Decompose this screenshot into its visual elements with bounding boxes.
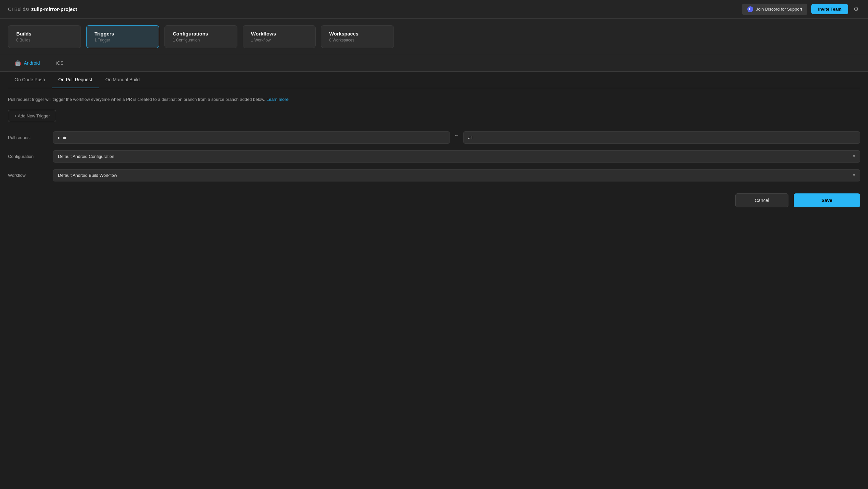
nav-card-workspaces[interactable]: Workspaces 0 Workspaces	[321, 25, 394, 48]
header-actions: D Join Discord for Support Invite Team ⚙	[742, 4, 860, 15]
breadcrumb-ci: CI Builds/	[8, 6, 29, 12]
configuration-select-wrapper: Default Android Configuration ▼	[53, 150, 860, 163]
form-section: Pull request trigger will trigger the wo…	[8, 88, 860, 223]
project-name: zulip-mirror-project	[31, 6, 77, 12]
left-arrow: ←	[454, 133, 459, 138]
arrow-icon: ← ···	[454, 133, 459, 143]
workflow-label: Workflow	[8, 173, 48, 178]
tab-pull-request-label: On Pull Request	[58, 77, 92, 82]
pull-request-label: Pull request	[8, 135, 48, 140]
pull-request-dest-input[interactable]	[463, 132, 860, 144]
nav-card-triggers-title: Triggers	[94, 31, 151, 36]
breadcrumb: CI Builds/ zulip-mirror-project	[8, 6, 77, 12]
nav-card-triggers-sub: 1 Trigger	[94, 38, 151, 42]
nav-card-workspaces-sub: 0 Workspaces	[329, 38, 385, 42]
workflow-select-wrapper: Default Android Build Workflow ▼	[53, 169, 860, 181]
tab-ios[interactable]: iOS	[46, 55, 70, 71]
header: CI Builds/ zulip-mirror-project D Join D…	[0, 0, 868, 19]
arrow-dots: ···	[455, 139, 458, 143]
tab-pull-request[interactable]: On Pull Request	[52, 71, 99, 88]
platform-tabs: 🤖 Android iOS	[0, 55, 868, 71]
nav-card-configurations[interactable]: Configurations 1 Configuration	[164, 25, 238, 48]
tab-manual-build[interactable]: On Manual Build	[99, 71, 147, 88]
workflow-select[interactable]: Default Android Build Workflow	[53, 169, 860, 181]
tab-manual-build-label: On Manual Build	[105, 77, 140, 82]
configuration-row: Configuration Default Android Configurat…	[8, 150, 860, 163]
tab-android[interactable]: 🤖 Android	[8, 55, 46, 71]
nav-card-builds[interactable]: Builds 0 Builds	[8, 25, 81, 48]
gear-icon: ⚙	[854, 6, 859, 12]
discord-label: Join Discord for Support	[756, 7, 802, 11]
content-area: On Code Push On Pull Request On Manual B…	[0, 71, 868, 223]
nav-card-workspaces-title: Workspaces	[329, 31, 385, 36]
save-button[interactable]: Save	[794, 194, 860, 207]
pull-request-row: Pull request ← ···	[8, 132, 860, 144]
pull-request-source-input[interactable]	[53, 132, 450, 144]
nav-card-workflows-title: Workflows	[251, 31, 307, 36]
tab-ios-label: iOS	[56, 60, 63, 66]
learn-more-link[interactable]: Learn more	[267, 97, 288, 102]
nav-card-configurations-sub: 1 Configuration	[173, 38, 229, 42]
configuration-select[interactable]: Default Android Configuration	[53, 150, 860, 163]
action-row: Cancel Save	[8, 188, 860, 215]
discord-button[interactable]: D Join Discord for Support	[742, 4, 807, 15]
nav-card-workflows[interactable]: Workflows 1 Workflow	[243, 25, 316, 48]
workflow-row: Workflow Default Android Build Workflow …	[8, 169, 860, 181]
add-trigger-button[interactable]: + Add New Trigger	[8, 110, 56, 122]
pull-request-inputs: ← ···	[53, 132, 860, 144]
android-icon: 🤖	[14, 60, 21, 66]
configuration-label: Configuration	[8, 154, 48, 159]
tab-code-push-label: On Code Push	[14, 77, 45, 82]
invite-button[interactable]: Invite Team	[811, 4, 848, 14]
discord-icon: D	[747, 6, 753, 12]
nav-card-builds-sub: 0 Builds	[16, 38, 72, 42]
settings-button[interactable]: ⚙	[852, 4, 860, 14]
cancel-button[interactable]: Cancel	[735, 194, 788, 207]
tab-code-push[interactable]: On Code Push	[8, 71, 52, 88]
tab-android-label: Android	[24, 60, 40, 66]
description-text: Pull request trigger will trigger the wo…	[8, 96, 860, 103]
nav-card-workflows-sub: 1 Workflow	[251, 38, 307, 42]
nav-cards: Builds 0 Builds Triggers 1 Trigger Confi…	[0, 19, 868, 55]
trigger-tabs: On Code Push On Pull Request On Manual B…	[8, 71, 860, 88]
nav-card-configurations-title: Configurations	[173, 31, 229, 36]
nav-card-triggers[interactable]: Triggers 1 Trigger	[86, 25, 159, 48]
nav-card-builds-title: Builds	[16, 31, 72, 36]
